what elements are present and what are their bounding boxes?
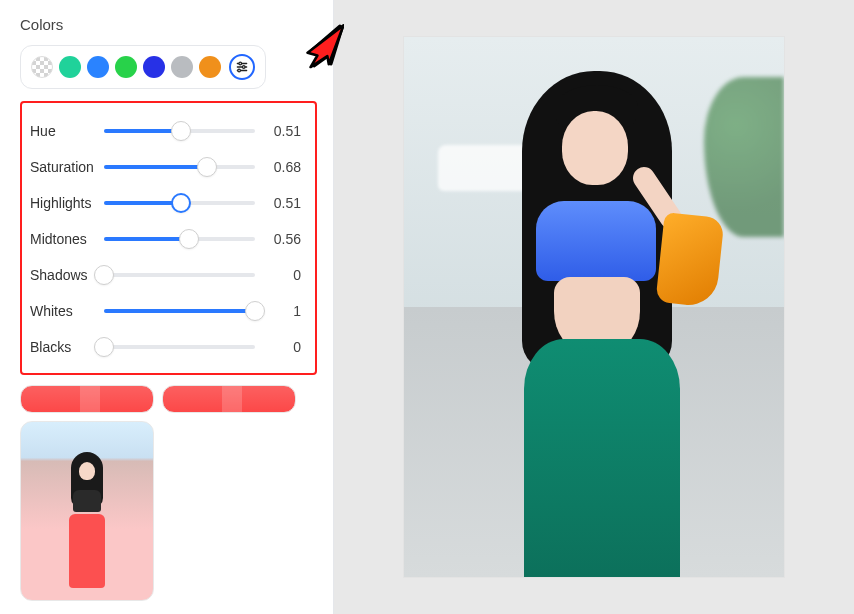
slider-row-hue: Hue0.51 <box>30 121 301 141</box>
slider-value: 0.51 <box>263 195 301 211</box>
svg-point-1 <box>239 62 242 65</box>
color-swatch-transparent[interactable] <box>31 56 53 78</box>
svg-point-5 <box>238 69 241 72</box>
svg-point-3 <box>242 66 245 69</box>
slider-value: 0 <box>263 339 301 355</box>
slider-row-saturation: Saturation0.68 <box>30 157 301 177</box>
slider-value: 0 <box>263 267 301 283</box>
canvas-area <box>334 0 854 614</box>
slider-row-midtones: Midtones0.56 <box>30 229 301 249</box>
slider-label: Shadows <box>30 267 104 283</box>
adjustments-button[interactable] <box>229 54 255 80</box>
color-swatch-orange[interactable] <box>199 56 221 78</box>
color-swatch-gray[interactable] <box>171 56 193 78</box>
slider-label: Highlights <box>30 195 104 211</box>
shadows-slider[interactable] <box>104 265 255 285</box>
preset-thumbnail[interactable] <box>162 385 296 413</box>
saturation-slider[interactable] <box>104 157 255 177</box>
highlights-slider[interactable] <box>104 193 255 213</box>
colors-sidebar: Colors Hue0.51Saturation0.68Highlights0.… <box>0 0 334 614</box>
slider-row-shadows: Shadows0 <box>30 265 301 285</box>
color-swatch-blue[interactable] <box>87 56 109 78</box>
slider-label: Blacks <box>30 339 104 355</box>
color-swatch-indigo[interactable] <box>143 56 165 78</box>
preset-thumbnail[interactable] <box>20 385 154 413</box>
color-swatch-green[interactable] <box>115 56 137 78</box>
slider-label: Whites <box>30 303 104 319</box>
slider-value: 1 <box>263 303 301 319</box>
panel-title: Colors <box>20 16 317 33</box>
sliders-panel: Hue0.51Saturation0.68Highlights0.51Midto… <box>20 101 317 375</box>
color-swatch-bar <box>20 45 266 89</box>
slider-value: 0.68 <box>263 159 301 175</box>
preset-thumbnail[interactable] <box>20 421 154 601</box>
slider-row-whites: Whites1 <box>30 301 301 321</box>
preset-thumbnails <box>20 385 317 601</box>
midtones-slider[interactable] <box>104 229 255 249</box>
image-preview[interactable] <box>404 37 784 577</box>
slider-value: 0.51 <box>263 123 301 139</box>
slider-row-highlights: Highlights0.51 <box>30 193 301 213</box>
blacks-slider[interactable] <box>104 337 255 357</box>
slider-label: Saturation <box>30 159 104 175</box>
slider-label: Midtones <box>30 231 104 247</box>
sliders-icon <box>235 60 249 74</box>
slider-label: Hue <box>30 123 104 139</box>
slider-value: 0.56 <box>263 231 301 247</box>
color-swatch-teal[interactable] <box>59 56 81 78</box>
whites-slider[interactable] <box>104 301 255 321</box>
slider-row-blacks: Blacks0 <box>30 337 301 357</box>
hue-slider[interactable] <box>104 121 255 141</box>
